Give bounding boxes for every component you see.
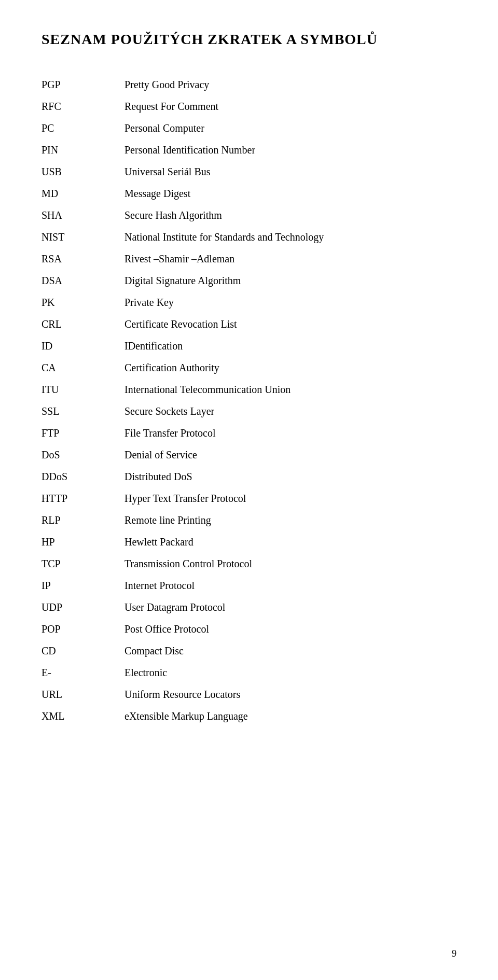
- table-row: XMLeXtensible Markup Language: [42, 705, 457, 727]
- abbreviation-label: CA: [42, 357, 125, 379]
- table-row: POPPost Office Protocol: [42, 618, 457, 640]
- table-row: DSADigital Signature Algorithm: [42, 270, 457, 291]
- abbreviation-label: HTTP: [42, 487, 125, 509]
- abbreviation-label: PIN: [42, 139, 125, 161]
- abbreviation-full: eXtensible Markup Language: [125, 705, 457, 727]
- abbreviation-full: Compact Disc: [125, 640, 457, 662]
- table-row: CRLCertificate Revocation List: [42, 313, 457, 335]
- table-row: URLUniform Resource Locators: [42, 683, 457, 705]
- table-row: HPHewlett Packard: [42, 531, 457, 553]
- abbreviation-label: E-: [42, 662, 125, 683]
- abbreviation-full: Hewlett Packard: [125, 531, 457, 553]
- abbreviation-full: Electronic: [125, 662, 457, 683]
- table-row: ITUInternational Telecommunication Union: [42, 379, 457, 400]
- abbreviation-full: Rivest –Shamir –Adleman: [125, 248, 457, 270]
- abbreviation-full: Secure Sockets Layer: [125, 400, 457, 422]
- table-row: PKPrivate Key: [42, 291, 457, 313]
- table-row: SHASecure Hash Algorithm: [42, 204, 457, 226]
- abbreviation-label: CRL: [42, 313, 125, 335]
- abbreviation-label: PC: [42, 117, 125, 139]
- abbreviation-label: RFC: [42, 95, 125, 117]
- table-row: RLPRemote line Printing: [42, 509, 457, 531]
- abbreviation-full: Hyper Text Transfer Protocol: [125, 487, 457, 509]
- abbreviation-label: CD: [42, 640, 125, 662]
- abbreviation-full: Secure Hash Algorithm: [125, 204, 457, 226]
- abbreviation-full: Personal Computer: [125, 117, 457, 139]
- table-row: RFCRequest For Comment: [42, 95, 457, 117]
- table-row: PGPPretty Good Privacy: [42, 74, 457, 95]
- abbreviation-label: DDoS: [42, 466, 125, 487]
- abbreviation-label: RSA: [42, 248, 125, 270]
- abbreviation-full: Internet Protocol: [125, 575, 457, 596]
- table-row: DoSDenial of Service: [42, 444, 457, 466]
- abbreviation-full: Request For Comment: [125, 95, 457, 117]
- abbreviation-full: Message Digest: [125, 183, 457, 204]
- abbreviation-full: Digital Signature Algorithm: [125, 270, 457, 291]
- abbreviation-full: File Transfer Protocol: [125, 422, 457, 444]
- table-row: IPInternet Protocol: [42, 575, 457, 596]
- page-number: 9: [452, 948, 457, 959]
- abbreviation-full: IDentification: [125, 335, 457, 357]
- table-row: UDPUser Datagram Protocol: [42, 596, 457, 618]
- table-row: TCPTransmission Control Protocol: [42, 553, 457, 575]
- table-row: DDoSDistributed DoS: [42, 466, 457, 487]
- table-row: NISTNational Institute for Standards and…: [42, 226, 457, 248]
- abbreviation-label: HP: [42, 531, 125, 553]
- table-row: PCPersonal Computer: [42, 117, 457, 139]
- abbreviation-full: Personal Identification Number: [125, 139, 457, 161]
- abbreviation-label: TCP: [42, 553, 125, 575]
- abbreviation-label: FTP: [42, 422, 125, 444]
- page-title: SEZNAM POUŽITÝCH ZKRATEK A SYMBOLŮ: [42, 31, 457, 48]
- abbreviation-label: NIST: [42, 226, 125, 248]
- abbreviation-label: PK: [42, 291, 125, 313]
- abbreviation-full: Universal Seriál Bus: [125, 161, 457, 183]
- table-row: IDIDentification: [42, 335, 457, 357]
- abbreviation-label: DoS: [42, 444, 125, 466]
- abbreviation-full: International Telecommunication Union: [125, 379, 457, 400]
- abbreviation-label: DSA: [42, 270, 125, 291]
- abbreviation-full: Denial of Service: [125, 444, 457, 466]
- abbreviation-full: Certificate Revocation List: [125, 313, 457, 335]
- abbreviation-label: PGP: [42, 74, 125, 95]
- abbreviation-full: Post Office Protocol: [125, 618, 457, 640]
- abbreviation-label: URL: [42, 683, 125, 705]
- abbreviations-table: PGPPretty Good PrivacyRFCRequest For Com…: [42, 74, 457, 727]
- abbreviation-label: XML: [42, 705, 125, 727]
- table-row: PINPersonal Identification Number: [42, 139, 457, 161]
- table-row: CDCompact Disc: [42, 640, 457, 662]
- table-row: SSLSecure Sockets Layer: [42, 400, 457, 422]
- table-row: HTTPHyper Text Transfer Protocol: [42, 487, 457, 509]
- abbreviation-label: POP: [42, 618, 125, 640]
- table-row: MDMessage Digest: [42, 183, 457, 204]
- table-row: USBUniversal Seriál Bus: [42, 161, 457, 183]
- abbreviation-full: Uniform Resource Locators: [125, 683, 457, 705]
- abbreviation-label: UDP: [42, 596, 125, 618]
- abbreviation-full: Remote line Printing: [125, 509, 457, 531]
- abbreviation-full: User Datagram Protocol: [125, 596, 457, 618]
- abbreviation-full: Pretty Good Privacy: [125, 74, 457, 95]
- abbreviation-full: Transmission Control Protocol: [125, 553, 457, 575]
- abbreviation-full: National Institute for Standards and Tec…: [125, 226, 457, 248]
- table-row: FTPFile Transfer Protocol: [42, 422, 457, 444]
- abbreviation-full: Certification Authority: [125, 357, 457, 379]
- table-row: CACertification Authority: [42, 357, 457, 379]
- table-row: E-Electronic: [42, 662, 457, 683]
- abbreviation-label: IP: [42, 575, 125, 596]
- abbreviation-label: ITU: [42, 379, 125, 400]
- abbreviation-label: SHA: [42, 204, 125, 226]
- abbreviation-label: MD: [42, 183, 125, 204]
- table-row: RSARivest –Shamir –Adleman: [42, 248, 457, 270]
- abbreviation-full: Distributed DoS: [125, 466, 457, 487]
- abbreviation-label: ID: [42, 335, 125, 357]
- abbreviation-label: SSL: [42, 400, 125, 422]
- abbreviation-full: Private Key: [125, 291, 457, 313]
- abbreviation-label: RLP: [42, 509, 125, 531]
- abbreviation-label: USB: [42, 161, 125, 183]
